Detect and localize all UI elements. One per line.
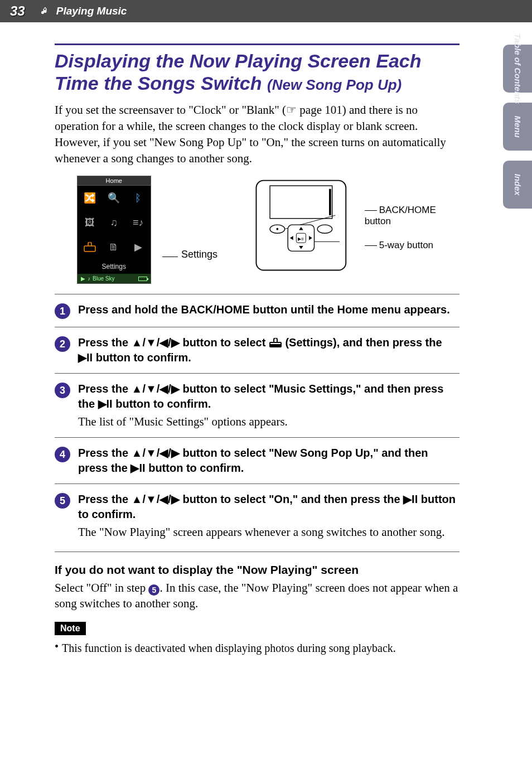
step-ref-badge: 5 xyxy=(148,584,159,596)
search-icon: 🔍 xyxy=(102,186,127,210)
settings-icon xyxy=(78,235,102,259)
step-text: The "Now Playing" screen appears wheneve… xyxy=(78,524,460,540)
figure-labels: BACK/HOME button 5-way button xyxy=(365,176,460,263)
nowplaying-icon: ▶ xyxy=(126,235,151,259)
battery-icon xyxy=(138,277,147,281)
photo-icon: 🖼 xyxy=(78,210,102,235)
back-home-label: BACK/HOME button xyxy=(365,205,436,226)
step-text: The list of "Music Settings" options app… xyxy=(78,414,460,429)
svg-rect-2 xyxy=(270,186,332,219)
shuffle-icon: 🔀 xyxy=(78,186,102,210)
home-menu-label: Settings xyxy=(78,259,151,274)
svg-rect-0 xyxy=(84,246,95,252)
step-head: Press the ▲/▼/◀/▶ button to select "Musi… xyxy=(78,381,460,412)
music-icon: ♫ xyxy=(102,210,127,235)
play-indicator-icon: ▶ xyxy=(81,275,85,282)
side-tabs: Table of Contents Menu Index xyxy=(503,45,532,219)
tab-toc[interactable]: Table of Contents xyxy=(503,45,532,93)
steps: 1 Press and hold the BACK/HOME button un… xyxy=(55,294,460,548)
settings-toolbox-icon xyxy=(269,338,282,348)
step-head: Press the ▲/▼/◀/▶ button to select "On,"… xyxy=(78,492,460,522)
step-head: Press the ▲/▼/◀/▶ button to select "New … xyxy=(78,446,460,476)
tab-menu[interactable]: Menu xyxy=(503,103,532,151)
step-head: Press the ▲/▼/◀/▶ button to select (Sett… xyxy=(78,335,460,365)
music-note-icon xyxy=(41,7,50,16)
page-number: 33 xyxy=(10,3,25,19)
settings-callout: Settings xyxy=(181,249,217,260)
section-name: Playing Music xyxy=(56,5,127,17)
step-5: 5 Press the ▲/▼/◀/▶ button to select "On… xyxy=(55,483,460,548)
fiveway-label: 5-way button xyxy=(379,240,433,250)
intro-text: If you set the screensaver to "Clock" or… xyxy=(55,102,460,167)
home-now-playing: ▶ ♪ Blue Sky xyxy=(78,274,151,283)
step-2: 2 Press the ▲/▼/◀/▶ button to select (Se… xyxy=(55,327,460,373)
svg-point-6 xyxy=(317,225,332,233)
callout-line xyxy=(162,257,178,257)
figure-row: Home 🔀 🔍 ᛒ 🖼 ♫ ≡♪ 🗎 ▶ Settings ▶ ♪ Blue … xyxy=(77,176,460,284)
title-rule xyxy=(55,43,460,45)
header-bar: 33 Playing Music xyxy=(0,0,532,22)
document-icon: 🗎 xyxy=(102,235,127,259)
step-3: 3 Press the ▲/▼/◀/▶ button to select "Mu… xyxy=(55,373,460,437)
note-text: This function is deactivated when displa… xyxy=(62,641,396,656)
bullet-icon: • xyxy=(55,641,59,656)
step-1: 1 Press and hold the BACK/HOME button un… xyxy=(55,294,460,327)
step-head: Press and hold the BACK/HOME button unti… xyxy=(78,302,460,317)
step-4: 4 Press the ▲/▼/◀/▶ button to select "Ne… xyxy=(55,437,460,483)
svg-rect-17 xyxy=(270,343,280,344)
svg-point-5 xyxy=(276,228,278,230)
after-text: Select "Off" in step 5. In this case, th… xyxy=(55,580,460,612)
tab-index[interactable]: Index xyxy=(503,161,532,209)
step-number: 4 xyxy=(55,447,70,462)
svg-rect-16 xyxy=(269,342,282,347)
sub-heading: If you do not want to display the "Now P… xyxy=(55,563,460,577)
step-number: 3 xyxy=(55,383,70,398)
content: Displaying the Now Playing Screen Each T… xyxy=(0,22,532,656)
note-bullet: • This function is deactivated when disp… xyxy=(55,641,460,656)
svg-rect-3 xyxy=(329,189,331,215)
home-menu-title: Home xyxy=(78,176,151,186)
home-menu-figure: Home 🔀 🔍 ᛒ 🖼 ♫ ≡♪ 🗎 ▶ Settings ▶ ♪ Blue … xyxy=(77,176,151,284)
svg-text:▶II: ▶II xyxy=(298,236,303,241)
step-number: 2 xyxy=(55,336,70,352)
device-figure: ▶II xyxy=(251,176,351,276)
step-number: 5 xyxy=(55,493,70,509)
playlist-icon: ≡♪ xyxy=(126,210,151,235)
page-title: Displaying the Now Playing Screen Each T… xyxy=(55,50,460,94)
bluetooth-icon: ᛒ xyxy=(126,186,151,210)
note-label: Note xyxy=(55,622,86,635)
step-number: 1 xyxy=(55,303,70,319)
after-steps: If you do not want to display the "Now P… xyxy=(55,552,460,656)
